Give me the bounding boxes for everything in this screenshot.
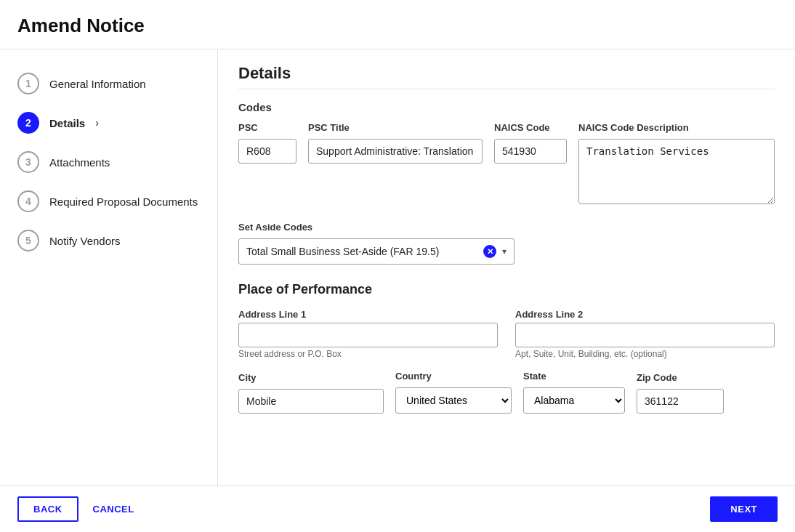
naics-desc-textarea[interactable]: Translation Services <box>578 139 775 204</box>
sidebar-item-attachments[interactable]: 3 Attachments <box>12 142 206 182</box>
back-button[interactable]: BACK <box>17 496 78 522</box>
page-header: Amend Notice <box>0 0 795 49</box>
city-label: City <box>238 372 384 383</box>
naics-code-input[interactable] <box>494 139 567 164</box>
step-circle-3: 3 <box>17 151 39 173</box>
state-select[interactable]: Alabama <box>523 387 625 414</box>
step-circle-5: 5 <box>17 230 39 251</box>
naics-code-label: NAICS Code <box>494 122 567 133</box>
set-aside-section: Set Aside Codes Total Small Business Set… <box>238 222 775 265</box>
codes-subsection-title: Codes <box>238 101 775 113</box>
city-field-group: City <box>238 372 384 414</box>
psc-title-field-group: PSC Title <box>308 122 483 164</box>
set-aside-value: Total Small Business Set-Aside (FAR 19.5… <box>246 246 477 257</box>
chevron-icon: › <box>95 117 99 129</box>
main-content: 1 General Information 2 Details › 3 Atta… <box>0 49 795 485</box>
city-country-row: City Country United States State Alabama <box>238 371 775 414</box>
place-section-title: Place of Performance <box>238 282 775 297</box>
step-circle-1: 1 <box>17 73 39 94</box>
sidebar-label-general-information: General Information <box>49 78 146 90</box>
caret-down-icon: ▾ <box>502 246 507 257</box>
sidebar-label-attachments: Attachments <box>49 156 110 169</box>
zip-field-group: Zip Code <box>637 372 724 414</box>
city-input[interactable] <box>238 389 384 414</box>
step-circle-4: 4 <box>17 190 39 212</box>
codes-row: PSC PSC Title NAICS Code NAICS Code Desc… <box>238 122 775 204</box>
sidebar-item-required-proposal[interactable]: 4 Required Proposal Documents <box>12 182 206 221</box>
address1-hint: Street address or P.O. Box <box>238 349 498 359</box>
state-label: State <box>523 371 625 382</box>
sidebar-item-details[interactable]: 2 Details › <box>12 103 206 142</box>
sidebar: 1 General Information 2 Details › 3 Atta… <box>0 49 218 485</box>
address1-label: Address Line 1 <box>238 309 498 320</box>
form-area: Details Codes PSC PSC Title NAICS Code N… <box>218 49 795 485</box>
sidebar-label-details: Details <box>49 117 85 129</box>
naics-code-field-group: NAICS Code <box>494 122 567 164</box>
address2-label: Address Line 2 <box>515 309 775 320</box>
zip-label: Zip Code <box>637 372 724 383</box>
address2-hint: Apt, Suite, Unit, Building, etc. (option… <box>515 349 775 359</box>
section-divider <box>238 89 775 89</box>
naics-desc-label: NAICS Code Description <box>578 122 775 133</box>
address2-input[interactable] <box>515 323 775 347</box>
next-button[interactable]: NEXT <box>710 496 778 522</box>
footer: BACK CANCEL NEXT <box>0 485 795 532</box>
zip-input[interactable] <box>637 389 724 414</box>
place-of-performance-section: Place of Performance Address Line 1 Stre… <box>238 282 775 414</box>
psc-title-input[interactable] <box>308 139 483 164</box>
country-select[interactable]: United States <box>395 387 512 414</box>
sidebar-label-notify-vendors: Notify Vendors <box>49 235 121 247</box>
sidebar-item-notify-vendors[interactable]: 5 Notify Vendors <box>12 221 206 260</box>
country-label: Country <box>395 371 512 382</box>
address-row: Address Line 1 Street address or P.O. Bo… <box>238 309 775 359</box>
clear-icon[interactable]: ✕ <box>483 245 496 258</box>
state-field-group: State Alabama <box>523 371 625 414</box>
country-field-group: Country United States <box>395 371 512 414</box>
step-circle-2: 2 <box>17 112 39 134</box>
psc-input[interactable] <box>238 139 296 164</box>
address2-field-group: Address Line 2 Apt, Suite, Unit, Buildin… <box>515 309 775 359</box>
address1-field-group: Address Line 1 Street address or P.O. Bo… <box>238 309 498 359</box>
set-aside-dropdown[interactable]: Total Small Business Set-Aside (FAR 19.5… <box>238 238 514 265</box>
page-title: Amend Notice <box>17 15 778 37</box>
psc-field-group: PSC <box>238 122 296 164</box>
psc-label: PSC <box>238 122 296 133</box>
cancel-button[interactable]: CANCEL <box>90 498 137 520</box>
set-aside-label: Set Aside Codes <box>238 222 775 233</box>
address1-input[interactable] <box>238 323 498 347</box>
psc-title-label: PSC Title <box>308 122 483 133</box>
details-section-title: Details <box>238 64 775 83</box>
naics-desc-field-group: NAICS Code Description Translation Servi… <box>578 122 775 204</box>
sidebar-label-required-proposal: Required Proposal Documents <box>49 196 198 208</box>
sidebar-item-general-information[interactable]: 1 General Information <box>12 64 206 103</box>
